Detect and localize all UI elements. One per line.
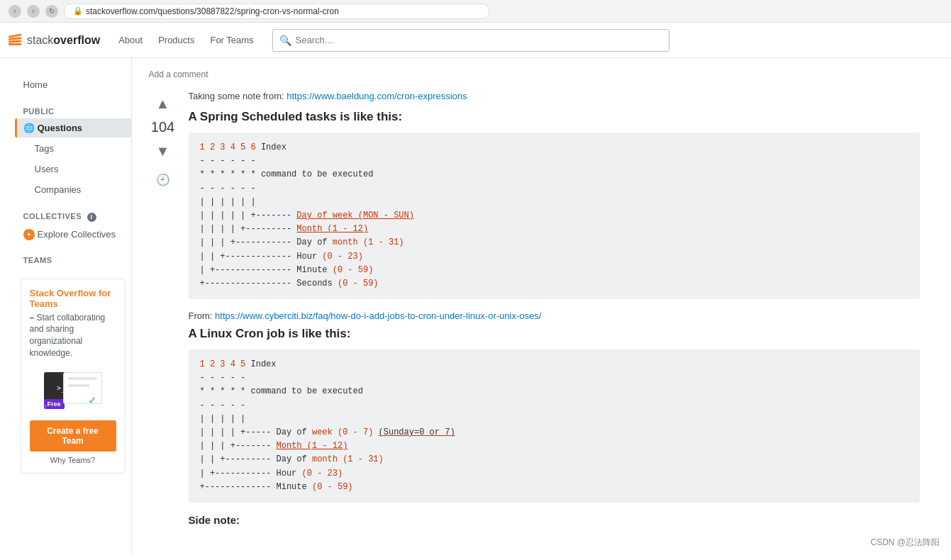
answer-row: ▲ 104 ▼ 🕘 Taking some note from: https:/…: [149, 91, 920, 526]
teams-heading: Stack Overflow for Teams: [30, 288, 116, 309]
topbar-nav: About Products For Teams: [111, 30, 260, 50]
reload-button[interactable]: ↻: [45, 5, 58, 18]
add-comment-link[interactable]: Add a comment: [149, 69, 920, 79]
search-input[interactable]: [272, 29, 669, 52]
spring-heading: A Spring Scheduled tasks is like this:: [189, 110, 920, 124]
nav-for-teams[interactable]: For Teams: [203, 30, 260, 50]
side-note: Side note:: [189, 514, 920, 526]
cyberciti-link[interactable]: https://www.cyberciti.biz/faq/how-do-i-a…: [215, 310, 541, 321]
topbar-search: 🔍: [272, 29, 931, 52]
address-bar[interactable]: 🔒 stackoverflow.com/questions/30887822/s…: [64, 4, 489, 19]
sidebar-item-questions[interactable]: 🌐Questions: [15, 118, 131, 138]
spring-code: 1 2 3 4 5 6 Index - - - - - - * * * * * …: [200, 141, 908, 291]
sidebar-item-tags[interactable]: Tags: [15, 139, 131, 158]
so-logo[interactable]: stackoverflow: [9, 34, 100, 47]
nav-about[interactable]: About: [111, 30, 150, 50]
sidebar: Home PUBLIC 🌐Questions Tags Users Compan…: [15, 58, 131, 554]
teams-tagline: – Start collaborating and sharing organi…: [30, 312, 116, 359]
downvote-button[interactable]: ▼: [150, 138, 176, 164]
sidebar-item-home[interactable]: Home: [15, 75, 131, 94]
answer-body: Taking some note from: https://www.baeld…: [189, 91, 920, 526]
free-badge: Free: [44, 399, 65, 409]
linux-code-block: 1 2 3 4 5 Index - - - - - * * * * * comm…: [189, 349, 920, 503]
teams-box: Stack Overflow for Teams – Start collabo…: [21, 279, 126, 474]
sidebar-section-public: PUBLIC: [15, 96, 131, 118]
check-icon: ✓: [88, 395, 96, 406]
linux-heading: A Linux Cron job is like this:: [189, 327, 920, 341]
sidebar-item-companies[interactable]: Companies: [15, 180, 131, 199]
why-teams-link[interactable]: Why Teams?: [30, 456, 116, 464]
baeldung-link[interactable]: https://www.baeldung.com/cron-expression…: [287, 91, 467, 101]
sidebar-item-users[interactable]: Users: [15, 159, 131, 179]
answer-intro: Taking some note from: https://www.baeld…: [189, 91, 920, 101]
logo-text: stackoverflow: [27, 34, 100, 47]
url-text: stackoverflow.com/questions/30887822/spr…: [86, 6, 339, 16]
sidebar-section-collectives: COLLECTIVES i: [15, 201, 131, 225]
nav-products[interactable]: Products: [151, 30, 201, 50]
explore-icon: ✦: [23, 229, 35, 240]
create-team-button[interactable]: Create a free Team: [30, 420, 116, 452]
from-label: From: https://www.cyberciti.biz/faq/how-…: [189, 310, 920, 321]
watermark: CSDN @忍法阵阳: [870, 537, 940, 549]
history-button[interactable]: 🕘: [150, 167, 176, 192]
vote-count: 104: [151, 119, 174, 135]
forward-button[interactable]: ›: [27, 5, 40, 18]
message-icon: □: [41, 402, 46, 412]
spring-code-block: 1 2 3 4 5 6 Index - - - - - - * * * * * …: [189, 133, 920, 299]
linux-code: 1 2 3 4 5 Index - - - - - * * * * * comm…: [200, 358, 908, 494]
main-content: Add a comment ▲ 104 ▼ 🕘 Taking some note…: [131, 58, 937, 554]
sidebar-section-teams: TEAMS: [15, 245, 131, 267]
logo-icon: [9, 35, 21, 45]
teams-illustration: >_? Free ✓ □: [30, 365, 116, 415]
sidebar-item-explore-collectives[interactable]: ✦ Explore Collectives: [15, 225, 131, 245]
search-icon: 🔍: [279, 35, 291, 46]
collectives-info-icon: i: [87, 213, 96, 222]
upvote-button[interactable]: ▲: [150, 91, 176, 116]
back-button[interactable]: ‹: [9, 5, 21, 18]
vote-column: ▲ 104 ▼ 🕘: [149, 91, 177, 526]
lock-icon: 🔒: [73, 6, 83, 16]
